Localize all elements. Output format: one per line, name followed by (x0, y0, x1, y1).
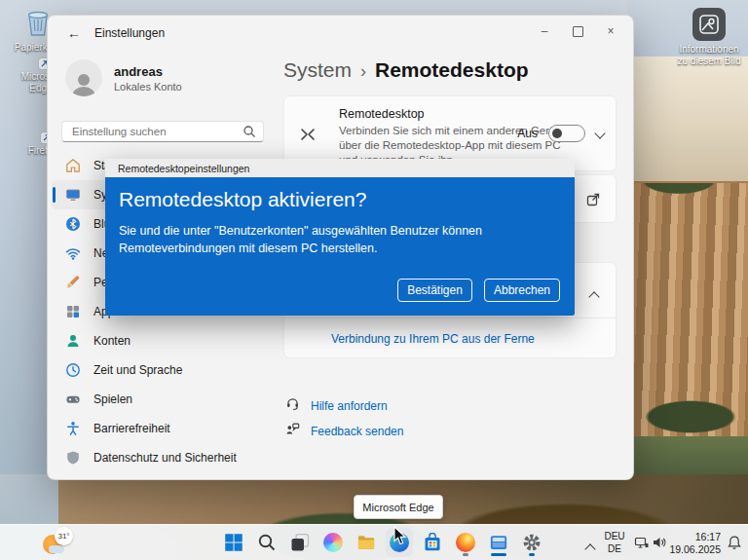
avatar (65, 59, 102, 96)
window-titlebar[interactable]: ← Einstellungen – × (48, 16, 633, 51)
image-info-icon (692, 8, 726, 41)
sidebar-item-konten[interactable]: Konten (52, 326, 280, 355)
breadcrumb-separator: › (360, 61, 366, 82)
mouse-cursor (393, 526, 407, 549)
remote-desktop-icon (298, 125, 318, 148)
tray-date: 19.06.2025 (666, 543, 721, 556)
dialog-message: Sie und die unter "Benutzerkonten" ausge… (119, 222, 559, 257)
tray-time: 16:17 (666, 531, 721, 543)
user-name: andreas (114, 64, 182, 79)
breadcrumb: System › Remotedesktop (283, 58, 529, 82)
breadcrumb-parent[interactable]: System (283, 58, 352, 82)
sidebar-item-label: Barrierefreiheit (94, 422, 170, 435)
sidebar-item-spielen[interactable]: Spielen (52, 385, 280, 414)
external-link-icon (585, 192, 601, 211)
sidebar-item-label: Konten (94, 334, 131, 348)
sidebar-item-zeit-und-sprache[interactable]: Zeit und Sprache (52, 355, 280, 385)
sidebar-item-datenschutz-und-sicherheit[interactable]: Datenschutz und Sicherheit (52, 443, 280, 472)
sidebar-item-barrierefreiheit[interactable]: Barrierefreiheit (52, 414, 280, 443)
volume-icon[interactable] (652, 535, 667, 554)
apps-icon (64, 304, 81, 320)
feedback-icon (285, 422, 300, 440)
sidebar-item-label: Datenschutz und Sicherheit (94, 451, 237, 465)
maximize-button[interactable] (561, 19, 594, 43)
remote-desktop-confirm-dialog: Remotedesktopeinstellungen Remotedesktop… (105, 159, 575, 316)
close-button[interactable]: × (594, 19, 627, 43)
send-feedback-label: Feedback senden (311, 425, 403, 438)
bluetooth-icon (64, 216, 81, 233)
selection-indicator (53, 187, 56, 203)
remote-desktop-toggle[interactable] (548, 125, 585, 142)
confirm-button[interactable]: Bestätigen (397, 279, 472, 302)
cancel-button[interactable]: Abbrechen (484, 279, 560, 302)
remote-connection-link[interactable]: Verbindung zu Ihrem PC aus der Ferne (331, 332, 535, 346)
toggle-state-label: Aus (517, 127, 538, 140)
page-title: Remotedesktop (375, 58, 529, 82)
dialog-heading: Remotedesktop aktivieren? (119, 188, 366, 211)
desktop-icon-label: Informationen zu diesem Bild (676, 44, 742, 66)
accessibility-icon (64, 421, 81, 437)
sidebar-item-label: Zeit und Sprache (94, 363, 182, 377)
dialog-body: Remotedesktop aktivieren? Sie und die un… (105, 177, 575, 316)
personalization-icon (64, 275, 81, 291)
search-icon (243, 125, 256, 142)
language-top: DEU (598, 531, 631, 543)
dialog-titlebar[interactable]: Remotedesktopeinstellungen (105, 159, 575, 177)
privacy-icon (64, 450, 81, 467)
account-type: Lokales Konto (114, 81, 182, 93)
desktop-icon-image-info[interactable]: Informationen zu diesem Bild (676, 8, 742, 66)
tray-chevron-up-icon[interactable] (586, 540, 594, 557)
notifications-bell-icon[interactable] (727, 535, 742, 554)
system-icon (64, 187, 81, 204)
network-icon[interactable] (634, 535, 650, 554)
home-icon (64, 158, 81, 174)
maximize-icon (573, 26, 583, 37)
dialog-title: Remotedesktopeinstellungen (118, 163, 249, 174)
time-language-icon (64, 362, 81, 379)
search-input[interactable] (62, 122, 263, 141)
toggle-knob (552, 129, 562, 138)
send-feedback-link[interactable]: Feedback senden (285, 422, 403, 440)
get-help-label: Hilfe anfordern (311, 399, 388, 413)
user-account-block[interactable]: andreas Lokales Konto (65, 59, 182, 96)
help-icon (285, 396, 300, 415)
language-indicator[interactable]: DEU DE (598, 531, 631, 555)
clock[interactable]: 16:17 19.06.2025 (666, 531, 721, 556)
network-icon (64, 245, 81, 262)
card-title: Remotedesktop (339, 107, 425, 121)
taskbar-tooltip: Microsoft Edge (354, 495, 443, 519)
gaming-icon (64, 392, 81, 408)
window-title: Einstellungen (94, 26, 165, 40)
connection-row[interactable]: Verbindung zu Ihrem PC aus der Ferne (284, 317, 616, 357)
minimize-button[interactable]: – (528, 19, 561, 43)
accounts-icon (64, 333, 81, 350)
settings-search-box[interactable] (61, 121, 264, 142)
get-help-link[interactable]: Hilfe anfordern (285, 396, 388, 415)
back-button[interactable]: ← (61, 22, 87, 44)
system-tray: DEU DE 16:17 19.06.2025 (0, 525, 748, 560)
chevron-up-icon[interactable] (588, 291, 599, 302)
language-bottom: DE (598, 543, 631, 556)
taskbar: 31° DEU DE 16:17 19.06.2025 (0, 524, 748, 560)
chevron-down-icon[interactable] (594, 128, 605, 138)
sidebar-item-label: Spielen (94, 392, 132, 406)
